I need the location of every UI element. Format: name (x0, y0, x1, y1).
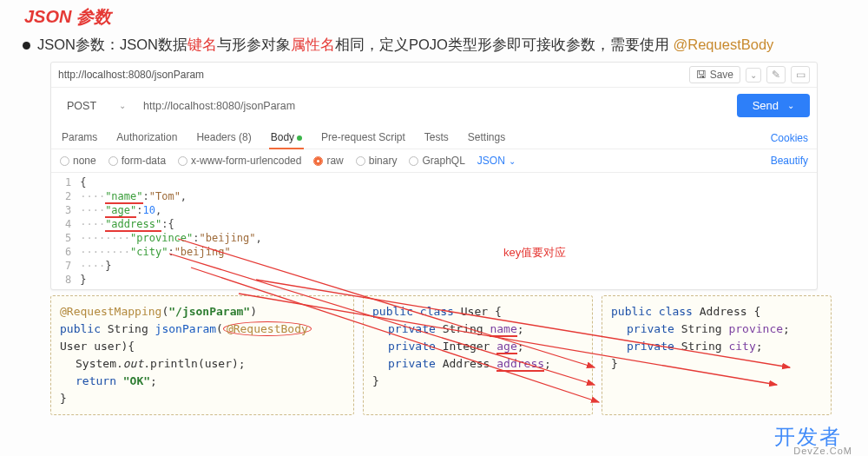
radio-form-data[interactable]: form-data (108, 155, 166, 167)
request-tab[interactable]: http://localhost:8080/jsonParam (58, 69, 684, 81)
postman-panel: http://localhost:8080/jsonParam 🖫 Save ⌄… (50, 62, 818, 290)
json-code: { ····"name":"Tom", ····"age":10, ····"a… (80, 175, 262, 287)
tab-settings[interactable]: Settings (466, 127, 507, 149)
body-dot-icon (297, 135, 302, 141)
tab-tests[interactable]: Tests (423, 127, 450, 149)
postman-topbar: http://localhost:8080/jsonParam 🖫 Save ⌄… (51, 63, 817, 88)
tab-authorization[interactable]: Authorization (115, 127, 179, 149)
cookies-link[interactable]: Cookies (771, 132, 808, 144)
tab-prerequest[interactable]: Pre-request Script (319, 127, 407, 149)
bullet-dot (23, 42, 30, 50)
method-select[interactable]: POST⌄ (58, 97, 135, 115)
radio-none[interactable]: none (60, 155, 96, 167)
request-row: POST⌄ http://localhost:8080/jsonParam Se… (51, 88, 817, 123)
page-title: JSON 参数 (0, 0, 868, 32)
line-gutter: 12345678 (51, 175, 80, 287)
address-class-code: public class Address { private String pr… (602, 295, 832, 415)
radio-xwww[interactable]: x-www-form-urlencoded (178, 155, 301, 167)
annotation-note: key值要对应 (503, 245, 566, 261)
json-type-select[interactable]: JSON ⌄ (477, 155, 516, 167)
radio-binary[interactable]: binary (356, 155, 398, 167)
user-class-code: public class User { private String name;… (363, 295, 593, 415)
radio-raw[interactable]: raw (313, 155, 343, 167)
tab-body[interactable]: Body (269, 127, 304, 149)
beautify-link[interactable]: Beautify (771, 155, 808, 167)
save-button[interactable]: 🖫 Save (689, 66, 740, 83)
json-editor[interactable]: 12345678 { ····"name":"Tom", ····"age":1… (51, 173, 817, 289)
code-blocks-row: @RequestMapping("/jsonParam") public Str… (0, 295, 868, 415)
url-input[interactable]: http://localhost:8080/jsonParam (143, 100, 728, 112)
tab-params[interactable]: Params (60, 127, 99, 149)
tab-headers[interactable]: Headers (8) (194, 127, 253, 149)
request-tabs: Params Authorization Headers (8) Body Pr… (51, 123, 817, 149)
edit-icon[interactable]: ✎ (766, 66, 786, 83)
radio-graphql[interactable]: GraphQL (409, 155, 464, 167)
description-row: JSON参数：JSON数据键名与形参对象属性名相同，定义POJO类型形参即可接收… (0, 32, 868, 62)
body-type-row: none form-data x-www-form-urlencoded raw… (51, 149, 817, 173)
comment-icon[interactable]: ▭ (791, 66, 810, 83)
controller-code: @RequestMapping("/jsonParam") public Str… (50, 295, 354, 415)
watermark-sub: DevZe.CoM (793, 446, 852, 456)
description-text: JSON参数：JSON数据键名与形参对象属性名相同，定义POJO类型形参即可接收… (37, 36, 773, 55)
save-dropdown[interactable]: ⌄ (746, 68, 761, 83)
send-button[interactable]: Send⌄ (737, 94, 810, 117)
